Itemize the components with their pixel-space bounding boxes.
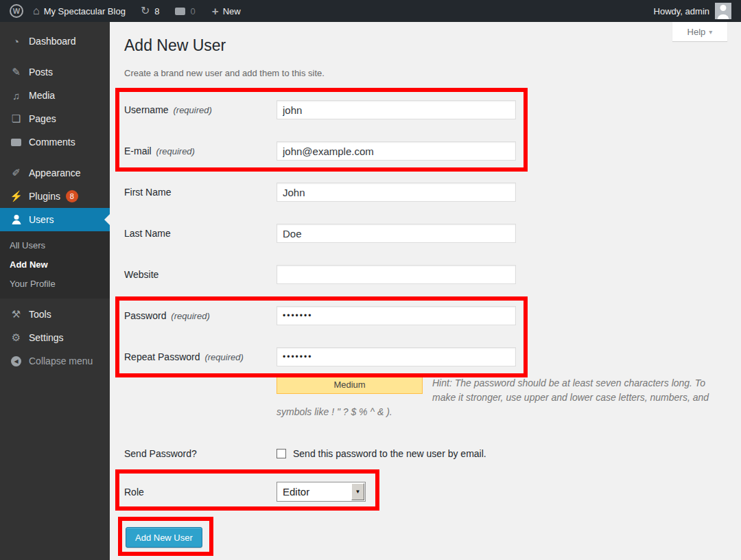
email-row: E-mail (required) <box>124 141 741 161</box>
wordpress-menu[interactable]: W <box>10 4 23 18</box>
sidebar-item-appearance[interactable]: ✐ Appearance <box>0 161 110 185</box>
sidebar-item-label: Posts <box>29 67 53 78</box>
comments-icon <box>9 139 23 146</box>
sidebar-item-comments[interactable]: Comments <box>0 130 110 154</box>
page-title: Add New User <box>124 35 741 56</box>
submenu-item-add-new[interactable]: Add New <box>0 255 110 274</box>
role-row: Role Editor ▼ <box>124 482 741 502</box>
label-text: E-mail <box>124 145 152 156</box>
new-content-link[interactable]: + New <box>212 5 241 17</box>
chevron-down-icon: ▾ <box>709 28 712 36</box>
collapse-menu-label: Collapse menu <box>29 355 93 366</box>
settings-icon: ⚙ <box>9 331 23 344</box>
site-link[interactable]: ⌂ My Spectacular Blog <box>33 5 126 16</box>
sidebar-item-posts[interactable]: ✎ Posts <box>0 60 110 84</box>
page-description: Create a brand new user and add them to … <box>124 68 741 79</box>
email-input[interactable] <box>277 141 516 161</box>
appearance-icon: ✐ <box>9 167 23 179</box>
sidebar-item-label: Media <box>29 90 55 101</box>
submenu-item-all-users[interactable]: All Users <box>0 235 110 255</box>
active-item-arrow <box>104 214 110 225</box>
my-account-link[interactable]: Howdy, admin <box>654 3 731 19</box>
role-selected-value: Editor <box>277 486 351 498</box>
help-tab[interactable]: Help ▾ <box>672 22 727 41</box>
website-label: Website <box>124 269 277 280</box>
add-new-user-button[interactable]: Add New User <box>126 527 202 548</box>
first-name-label: First Name <box>124 187 277 198</box>
sidebar-item-tools[interactable]: ⚒ Tools <box>0 303 110 326</box>
menu-separator <box>0 154 110 161</box>
password-label: Password (required) <box>124 310 277 321</box>
sidebar-item-label: Pages <box>29 113 56 124</box>
password-strength-meter: Medium <box>277 376 423 394</box>
sidebar-item-settings[interactable]: ⚙ Settings <box>0 326 110 349</box>
media-icon: ♫ <box>9 90 23 102</box>
avatar <box>715 3 731 19</box>
label-text: Website <box>124 269 158 280</box>
role-select[interactable]: Editor ▼ <box>277 482 366 502</box>
label-text: Send Password? <box>124 448 197 459</box>
role-label: Role <box>124 487 277 498</box>
send-password-checkbox[interactable] <box>277 449 286 458</box>
last-name-row: Last Name <box>124 224 741 243</box>
repeat-password-label: Repeat Password (required) <box>124 351 277 362</box>
sidebar-item-pages[interactable]: ❏ Pages <box>0 107 110 130</box>
help-label: Help <box>687 27 706 37</box>
first-name-input[interactable] <box>277 183 516 202</box>
updates-link[interactable]: ↻ 8 <box>141 5 160 16</box>
sidebar-item-label: Comments <box>29 137 75 148</box>
label-text: Last Name <box>124 228 171 239</box>
sidebar-item-plugins[interactable]: ⚡ Plugins 8 <box>0 185 110 208</box>
first-name-row: First Name <box>124 183 741 202</box>
dropdown-arrow-icon[interactable]: ▼ <box>351 483 364 500</box>
main-content: Add New User Create a brand new user and… <box>110 22 741 560</box>
username-label: Username (required) <box>124 104 277 115</box>
sidebar-item-label: Appearance <box>29 167 81 178</box>
username-row: Username (required) <box>124 100 741 119</box>
repeat-password-row: Repeat Password (required) <box>124 347 741 366</box>
website-input[interactable] <box>277 265 516 284</box>
label-text: Username <box>124 104 169 115</box>
add-user-form: Username (required) E-mail (required) Fi… <box>124 100 741 548</box>
password-row: Password (required) <box>124 306 741 325</box>
users-icon <box>9 215 23 224</box>
collapse-menu-button[interactable]: ◀ Collapse menu <box>0 349 110 373</box>
sidebar-item-label: Tools <box>29 309 51 320</box>
label-text: Repeat Password <box>124 351 200 362</box>
password-input[interactable] <box>277 306 516 325</box>
repeat-password-input[interactable] <box>277 347 516 366</box>
updates-icon: ↻ <box>141 5 150 16</box>
last-name-label: Last Name <box>124 228 277 239</box>
home-icon: ⌂ <box>33 5 40 16</box>
label-text: Role <box>124 487 144 498</box>
new-label: New <box>223 6 241 16</box>
tools-icon: ⚒ <box>9 308 23 320</box>
required-note: (required) <box>173 105 211 115</box>
plugins-update-badge: 8 <box>66 190 78 202</box>
username-input[interactable] <box>277 100 516 119</box>
plugins-icon: ⚡ <box>9 190 23 202</box>
pages-icon: ❏ <box>9 113 23 125</box>
sidebar-item-users[interactable]: Users <box>0 208 110 231</box>
email-label: E-mail (required) <box>124 145 277 156</box>
required-note: (required) <box>171 311 209 321</box>
site-name: My Spectacular Blog <box>44 6 126 16</box>
sidebar-item-label: Plugins <box>29 191 60 202</box>
comments-bubble-icon <box>175 8 185 15</box>
sidebar-item-label: Users <box>29 214 54 225</box>
collapse-icon: ◀ <box>9 356 23 366</box>
password-strength-section: Medium Hint: The password should be at l… <box>277 376 710 419</box>
posts-icon: ✎ <box>9 66 23 78</box>
sidebar-item-media[interactable]: ♫ Media <box>0 84 110 107</box>
label-text: First Name <box>124 187 171 198</box>
comments-link[interactable]: 0 <box>175 6 196 16</box>
comments-count: 0 <box>191 6 196 16</box>
sidebar-item-dashboard[interactable]: ◔ Dashboard <box>0 30 110 53</box>
last-name-input[interactable] <box>277 224 516 243</box>
submenu-item-your-profile[interactable]: Your Profile <box>0 274 110 293</box>
sidebar-item-label: Settings <box>29 332 64 343</box>
send-password-row: Send Password? Send this password to the… <box>124 444 741 463</box>
dashboard-icon: ◔ <box>9 36 23 47</box>
wordpress-logo-icon: W <box>10 4 23 18</box>
menu-separator <box>0 22 110 30</box>
